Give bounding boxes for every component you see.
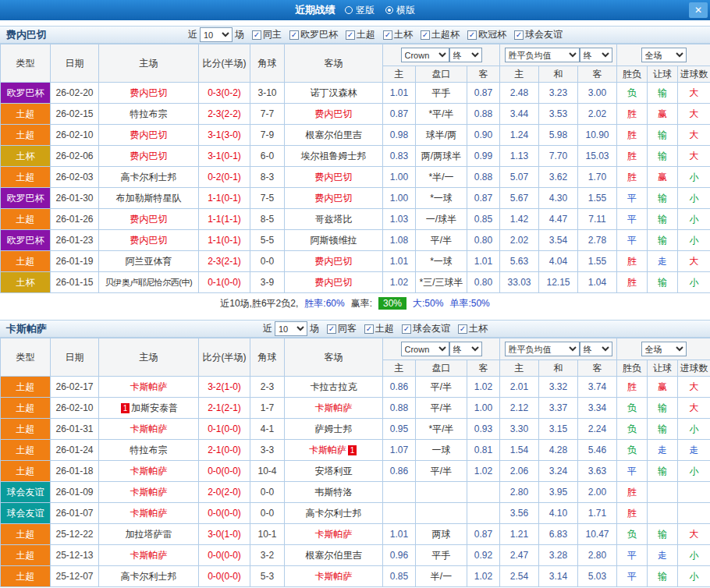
home-team[interactable]: 卡斯帕萨 bbox=[130, 423, 168, 434]
away-team[interactable]: 费内巴切 bbox=[315, 277, 353, 288]
home-team[interactable]: 费内巴切 bbox=[130, 87, 168, 98]
away-team[interactable]: 费内巴切 bbox=[315, 193, 353, 204]
match-date: 26-01-23 bbox=[51, 230, 99, 251]
away-team[interactable]: 卡拉古拉克 bbox=[311, 381, 357, 392]
league-badge: 欧罗巴杯 bbox=[1, 188, 51, 209]
home-team[interactable]: 卡斯帕萨 bbox=[130, 466, 168, 476]
section-header: 费内巴切近10场✓同主✓欧罗巴杯✓土超✓土杯✓土超杯✓欧冠杯✓球会友谊 bbox=[0, 26, 710, 44]
company-stage-select[interactable]: 终 bbox=[449, 48, 482, 62]
match-date: 26-02-06 bbox=[51, 146, 99, 167]
filter-checkbox-欧冠杯[interactable]: ✓欧冠杯 bbox=[467, 28, 506, 41]
company-stage-select[interactable]: 终 bbox=[449, 342, 482, 356]
scope-select[interactable]: 全场 bbox=[641, 48, 687, 62]
filter-checkbox-欧罗巴杯[interactable]: ✓欧罗巴杯 bbox=[289, 28, 338, 41]
away-team[interactable]: 卡斯帕萨 bbox=[315, 402, 353, 413]
close-button[interactable]: ✕ bbox=[689, 2, 708, 18]
home-team[interactable]: 费内巴切 bbox=[130, 214, 168, 225]
home-team[interactable]: 阿兰亚体育 bbox=[126, 256, 172, 267]
metric-select[interactable]: 胜平负均值 bbox=[505, 48, 580, 62]
result-cell: 平 bbox=[617, 545, 648, 566]
away-team[interactable]: 哥兹塔比 bbox=[315, 214, 353, 225]
scope-select[interactable]: 全场 bbox=[641, 342, 687, 356]
home-team[interactable]: 费内巴切 bbox=[130, 151, 168, 161]
home-team[interactable]: 布加勒斯特星队 bbox=[116, 193, 182, 204]
goal-result-cell bbox=[678, 482, 710, 503]
eu-home-odds: 2.01 bbox=[500, 377, 539, 398]
home-team[interactable]: 卡斯帕萨 bbox=[130, 550, 168, 561]
header-eu-away: 客 bbox=[578, 360, 617, 377]
layout-radio-2[interactable]: 横版 bbox=[385, 4, 415, 17]
home-team[interactable]: 卡斯帕萨 bbox=[130, 508, 168, 519]
away-team[interactable]: 费内巴切 bbox=[315, 172, 353, 182]
home-team[interactable]: 费内巴切 bbox=[130, 235, 168, 246]
handicap-result-cell: 输 bbox=[648, 230, 678, 251]
team-section: 卡斯帕萨近10场✓同客✓土超✓球会友谊✓土杯类型日期主场比分(半场)角球客场Cr… bbox=[0, 320, 710, 587]
radio-icon bbox=[385, 6, 393, 14]
company-select[interactable]: Crown bbox=[401, 48, 449, 62]
home-team[interactable]: 卡斯帕萨 bbox=[130, 381, 168, 392]
asia-away-odds: 1.02 bbox=[467, 461, 500, 482]
header-corner: 角球 bbox=[250, 44, 285, 83]
company-select[interactable]: Crown bbox=[401, 342, 449, 356]
header-eu-draw: 和 bbox=[539, 360, 578, 377]
away-team[interactable]: 费内巴切 bbox=[315, 108, 353, 119]
filter-checkbox-土超[interactable]: ✓土超 bbox=[346, 28, 375, 41]
home-team[interactable]: 加斯安泰普 bbox=[131, 402, 178, 413]
filter-checkbox-同客[interactable]: ✓同客 bbox=[327, 322, 357, 335]
asia-away-odds: 0.88 bbox=[467, 167, 500, 188]
topbar: 近期战绩 竖版横版 ✕ bbox=[0, 0, 710, 20]
asia-away-odds: 0.87 bbox=[467, 188, 500, 209]
metric-select[interactable]: 胜平负均值 bbox=[505, 342, 580, 356]
checkbox-icon: ✓ bbox=[252, 30, 261, 40]
home-team-cell: 费内巴切 bbox=[99, 146, 199, 167]
asia-line: 平/半 bbox=[416, 461, 467, 482]
home-team[interactable]: 费内巴切 bbox=[130, 129, 168, 140]
home-team[interactable]: 贝伊奥卢耶尼恰尔西(中) bbox=[105, 278, 192, 287]
away-team[interactable]: 卡斯帕萨 bbox=[309, 445, 346, 455]
metric-stage-select[interactable]: 终 bbox=[580, 48, 612, 62]
away-team[interactable]: 卡斯帕萨 bbox=[315, 571, 353, 582]
layout-radio-1[interactable]: 竖版 bbox=[345, 4, 375, 17]
header-score: 比分(半场) bbox=[199, 44, 250, 83]
match-date: 26-01-07 bbox=[51, 503, 99, 524]
away-team[interactable]: 阿斯顿维拉 bbox=[311, 235, 357, 246]
goal-result-cell: 走 bbox=[678, 440, 710, 461]
games-count-select[interactable]: 10 bbox=[275, 321, 307, 336]
away-team[interactable]: 安塔利亚 bbox=[315, 466, 353, 476]
asia-line: *平/半 bbox=[416, 419, 467, 440]
away-team[interactable]: 卡斯帕萨 bbox=[315, 529, 353, 540]
home-team[interactable]: 特拉布宗 bbox=[130, 445, 168, 455]
games-count-select[interactable]: 10 bbox=[200, 27, 233, 42]
corner-score: 6-0 bbox=[250, 146, 285, 167]
home-team[interactable]: 卡斯帕萨 bbox=[130, 487, 168, 498]
away-team[interactable]: 高卡尔利士邦 bbox=[306, 508, 362, 519]
header-type: 类型 bbox=[1, 44, 51, 83]
filter-checkbox-同主[interactable]: ✓同主 bbox=[252, 28, 282, 41]
table-row: 土超26-02-101加斯安泰普2-1(2-1)1-7卡斯帕萨0.88平/半1.… bbox=[1, 398, 710, 419]
filter-checkbox-土超[interactable]: ✓土超 bbox=[364, 322, 394, 335]
filter-checkbox-土杯[interactable]: ✓土杯 bbox=[458, 322, 488, 335]
away-team[interactable]: 埃尔祖鲁姆士邦 bbox=[301, 151, 367, 161]
filter-checkbox-土杯[interactable]: ✓土杯 bbox=[383, 28, 413, 41]
home-team[interactable]: 高卡尔利士邦 bbox=[121, 571, 177, 582]
filter-bar: 近10场✓同客✓土超✓球会友谊✓土杯 bbox=[263, 321, 488, 336]
asia-home-odds: 1.01 bbox=[383, 83, 416, 104]
filter-checkbox-球会友谊[interactable]: ✓球会友谊 bbox=[402, 322, 450, 335]
header-corner: 角球 bbox=[250, 338, 285, 377]
away-team[interactable]: 根塞尔伯里吉 bbox=[306, 550, 362, 561]
filter-checkbox-球会友谊[interactable]: ✓球会友谊 bbox=[514, 28, 563, 41]
away-team[interactable]: 韦斯特洛 bbox=[315, 487, 353, 498]
away-team[interactable]: 萨姆士邦 bbox=[315, 423, 353, 434]
home-team[interactable]: 特拉布宗 bbox=[130, 108, 168, 119]
goal-result-cell: 大 bbox=[678, 251, 710, 272]
away-team[interactable]: 诺丁汉森林 bbox=[311, 87, 357, 98]
filter-checkbox-土超杯[interactable]: ✓土超杯 bbox=[421, 28, 460, 41]
eu-home-odds: 2.80 bbox=[500, 482, 539, 503]
home-team[interactable]: 加拉塔萨雷 bbox=[126, 529, 172, 540]
home-team[interactable]: 高卡尔利士邦 bbox=[121, 172, 177, 182]
metric-stage-select[interactable]: 终 bbox=[580, 342, 612, 356]
match-score: 2-0(2-0) bbox=[199, 482, 250, 503]
away-team[interactable]: 费内巴切 bbox=[315, 256, 353, 267]
away-team[interactable]: 根塞尔伯里吉 bbox=[306, 129, 362, 140]
result-cell: 胜 bbox=[617, 482, 648, 503]
